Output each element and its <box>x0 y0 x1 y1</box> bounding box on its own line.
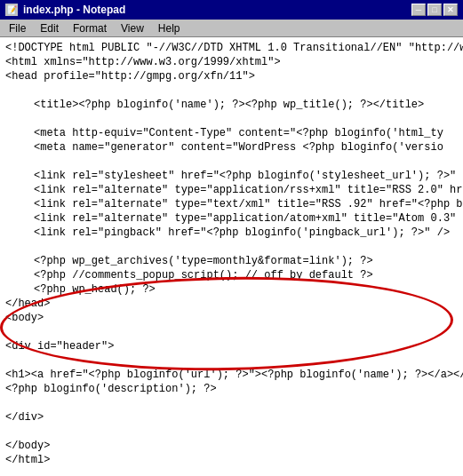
blank-line <box>5 83 458 98</box>
code-line-body-end: </body> <box>5 439 458 453</box>
code-line-div-header: <div id="header"> <box>5 339 458 353</box>
code-line-div-end: </div> <box>5 410 458 424</box>
code-line: <head profile="http://gmpg.org/xfn/11"> <box>5 69 458 83</box>
menu-help[interactable]: Help <box>151 20 188 36</box>
code-line: <link rel="alternate" type="application/… <box>5 183 458 197</box>
window-title: index.php - Notepad <box>23 4 411 16</box>
blank-line <box>5 240 458 254</box>
menu-bar: File Edit Format View Help <box>0 20 463 37</box>
code-line: <?php //comments_popup_script(); // off … <box>5 268 458 282</box>
blank-line <box>5 155 458 169</box>
blank-line <box>5 325 458 339</box>
maximize-button[interactable]: □ <box>427 4 442 16</box>
blank-line <box>5 424 458 439</box>
code-line: <!DOCTYPE html PUBLIC "-//W3C//DTD XHTML… <box>5 41 458 55</box>
window-controls: ─ □ ✕ <box>411 4 458 16</box>
blank-line <box>5 396 458 410</box>
code-editor[interactable]: <!DOCTYPE html PUBLIC "-//W3C//DTD XHTML… <box>0 37 463 476</box>
code-line: <meta http-equiv="Content-Type" content=… <box>5 126 458 140</box>
code-line-h1: <h1><a href="<?php bloginfo('url'); ?>">… <box>5 368 458 382</box>
code-line: <meta name="generator" content="WordPres… <box>5 140 458 155</box>
menu-edit[interactable]: Edit <box>33 20 66 36</box>
code-line-html-end: </html> <box>5 453 458 467</box>
code-line-description: <?php bloginfo('description'); ?> <box>5 382 458 396</box>
code-line: </head> <box>5 297 458 311</box>
code-line: <link rel="alternate" type="application/… <box>5 211 458 226</box>
code-line: <?php wp_head(); ?> <box>5 282 458 297</box>
menu-format[interactable]: Format <box>66 20 114 36</box>
code-line: <link rel="stylesheet" href="<?php blogi… <box>5 169 458 183</box>
blank-line <box>5 112 458 126</box>
code-line: <?php wp_get_archives('type=monthly&form… <box>5 254 458 268</box>
minimize-button[interactable]: ─ <box>411 4 426 16</box>
title-bar: 📝 index.php - Notepad ─ □ ✕ <box>0 0 463 20</box>
code-line: <title><?php bloginfo('name'); ?><?php w… <box>5 98 458 112</box>
code-line: <link rel="alternate" type="text/xml" ti… <box>5 197 458 211</box>
menu-view[interactable]: View <box>114 20 151 36</box>
blank-line <box>5 353 458 368</box>
code-line: <html xmlns="http://www.w3.org/1999/xhtm… <box>5 55 458 69</box>
code-line: <body> <box>5 311 458 325</box>
code-line: <link rel="pingback" href="<?php bloginf… <box>5 226 458 240</box>
close-button[interactable]: ✕ <box>443 4 458 16</box>
menu-file[interactable]: File <box>2 20 33 36</box>
app-icon: 📝 <box>5 4 18 16</box>
